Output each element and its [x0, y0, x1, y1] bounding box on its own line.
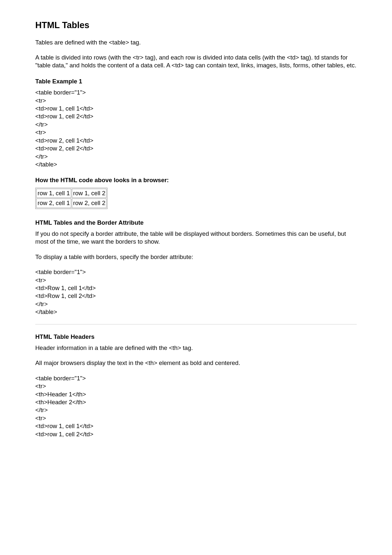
table-cell: row 1, cell 2	[72, 189, 107, 198]
intro-paragraph-2: A table is divided into rows (with the <…	[35, 54, 357, 70]
table-row: row 1, cell 1 row 1, cell 2	[36, 189, 106, 198]
border-code: <table border="1"><tr><td>Row 1, cell 1<…	[35, 268, 357, 316]
browser-heading: How the HTML code above looks in a brows…	[35, 176, 357, 184]
headers-heading: HTML Table Headers	[35, 333, 357, 341]
table-cell: row 1, cell 1	[36, 189, 71, 198]
border-heading: HTML Tables and the Border Attribute	[35, 219, 357, 227]
border-paragraph-2: To display a table with borders, specify…	[35, 253, 357, 261]
section-divider	[35, 324, 357, 324]
intro-paragraph-1: Tables are defined with the <table> tag.	[35, 39, 357, 46]
headers-paragraph-2: All major browsers display the text in t…	[35, 359, 357, 367]
border-paragraph-1: If you do not specify a border attribute…	[35, 230, 357, 246]
table-cell: row 2, cell 2	[72, 199, 107, 208]
example1-code: <table border="1"><tr><td>row 1, cell 1<…	[35, 89, 357, 168]
example1-heading: Table Example 1	[35, 78, 357, 85]
page-title: HTML Tables	[35, 20, 357, 31]
table-cell: row 2, cell 1	[36, 199, 71, 208]
headers-code: <table border="1"><tr><th>Header 1</th><…	[35, 374, 357, 438]
rendered-table: row 1, cell 1 row 1, cell 2 row 2, cell …	[35, 188, 107, 209]
table-row: row 2, cell 1 row 2, cell 2	[36, 199, 106, 208]
headers-paragraph-1: Header information in a table are define…	[35, 344, 357, 352]
